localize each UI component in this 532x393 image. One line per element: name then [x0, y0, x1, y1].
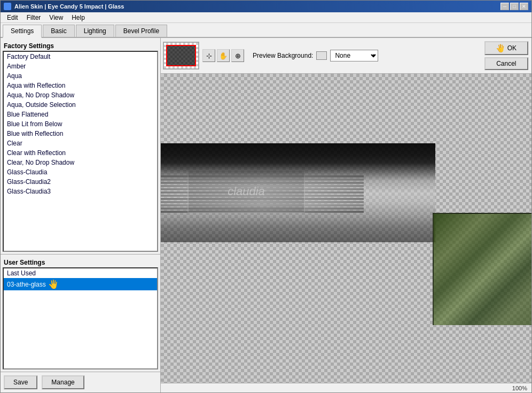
list-item[interactable]: Glass-Claudia2 — [4, 177, 157, 187]
main-content: Factory Settings Factory Default Amber A… — [1, 38, 531, 392]
zoom-level: 100% — [512, 385, 527, 391]
manage-button[interactable]: Manage — [42, 375, 84, 389]
bg-color-preview — [316, 51, 327, 60]
zoom-tool-button[interactable]: ⊕ — [231, 49, 244, 62]
tab-bevel-profile[interactable]: Bevel Profile — [115, 25, 167, 37]
list-item[interactable]: Aqua, Outside Selection — [4, 100, 157, 110]
thumbnail-inner — [166, 45, 196, 66]
ok-button[interactable]: 🖐 OK — [484, 41, 528, 55]
preview-bg-label: Preview Background: — [253, 52, 313, 59]
list-item[interactable]: Clear with Reflection — [4, 148, 157, 158]
select-tool-button[interactable]: ✋ — [217, 49, 230, 62]
list-item[interactable]: Aqua — [4, 71, 157, 81]
tab-settings[interactable]: Settings — [3, 25, 42, 38]
pan-tool-button[interactable]: ⊹ — [202, 49, 215, 62]
main-window: Alien Skin | Eye Candy 5 Impact | Glass … — [0, 0, 532, 393]
user-settings-label: User Settings — [3, 257, 158, 267]
tab-lighting[interactable]: Lighting — [76, 25, 114, 37]
menu-help[interactable]: Help — [67, 13, 89, 22]
list-item[interactable]: Clear — [4, 138, 157, 148]
maximize-button[interactable]: □ — [510, 3, 519, 10]
right-panel-wrapper: ⊹ ✋ ⊕ Preview Background: None White Bla… — [161, 38, 531, 392]
list-item[interactable]: Glass-Claudia — [4, 167, 157, 177]
list-item-03-athe-glass[interactable]: 03-athe-glass 🖐 — [4, 278, 157, 290]
menu-view[interactable]: View — [45, 13, 67, 22]
tool-buttons: ⊹ ✋ ⊕ — [199, 49, 247, 62]
user-presets-list[interactable]: Last Used 03-athe-glass 🖐 — [3, 267, 158, 369]
title-bar-left: Alien Skin | Eye Candy 5 Impact | Glass — [4, 3, 124, 10]
menu-edit[interactable]: Edit — [3, 13, 22, 22]
preview-thumbnail — [163, 42, 199, 70]
list-item[interactable]: Clear, No Drop Shadow — [4, 158, 157, 167]
status-bar: 100% — [161, 383, 531, 392]
menu-filter[interactable]: Filter — [22, 13, 45, 22]
save-button[interactable]: Save — [4, 375, 37, 389]
bottom-buttons: Save Manage — [1, 372, 160, 392]
title-bar: Alien Skin | Eye Candy 5 Impact | Glass … — [1, 1, 531, 12]
window-controls: ─ □ ✕ — [500, 3, 528, 10]
list-item[interactable]: Amber — [4, 61, 157, 71]
left-panel: Factory Settings Factory Default Amber A… — [1, 38, 161, 392]
side-glass-panel — [433, 213, 531, 325]
cancel-button[interactable]: Cancel — [484, 57, 528, 70]
list-item-last-used[interactable]: Last Used — [4, 268, 157, 278]
preview-header: ⊹ ✋ ⊕ Preview Background: None White Bla… — [161, 38, 531, 74]
app-icon — [4, 3, 11, 10]
preset-area: Factory Settings Factory Default Amber A… — [1, 38, 160, 254]
preview-bg-control: Preview Background: None White Black Cus… — [253, 50, 378, 61]
tab-bar: Settings Basic Lighting Bevel Profile — [1, 23, 531, 38]
list-item[interactable]: Blue Flattened — [4, 110, 157, 119]
list-item[interactable]: Glass-Claudia3 — [4, 187, 157, 196]
bg-select-wrapper: None White Black Custom — [330, 50, 378, 61]
tab-basic[interactable]: Basic — [43, 25, 74, 37]
preview-canvas: claudia — [161, 74, 531, 383]
user-settings-area: User Settings Last Used 03-athe-glass 🖐 — [1, 254, 160, 372]
minimize-button[interactable]: ─ — [500, 3, 509, 10]
list-item[interactable]: Blue with Reflection — [4, 129, 157, 138]
list-item[interactable]: Aqua, No Drop Shadow — [4, 90, 157, 100]
preview-bg-select[interactable]: None White Black Custom — [330, 50, 378, 61]
list-item[interactable]: Aqua with Reflection — [4, 81, 157, 90]
factory-settings-label: Factory Settings — [3, 40, 158, 51]
cursor-ok-icon: 🖐 — [496, 44, 505, 52]
list-item[interactable]: Blue Lit from Below — [4, 119, 157, 129]
ok-cancel-buttons: 🖐 OK Cancel — [483, 40, 529, 71]
cursor-icon: 🖐 — [48, 279, 59, 289]
close-button[interactable]: ✕ — [520, 3, 528, 10]
glass-effect-bar — [161, 143, 435, 242]
window-title: Alien Skin | Eye Candy 5 Impact | Glass — [14, 3, 124, 10]
factory-presets-list[interactable]: Factory Default Amber Aqua Aqua with Ref… — [3, 51, 158, 252]
list-item[interactable]: Factory Default — [4, 52, 157, 61]
menu-bar: Edit Filter View Help — [1, 12, 531, 23]
